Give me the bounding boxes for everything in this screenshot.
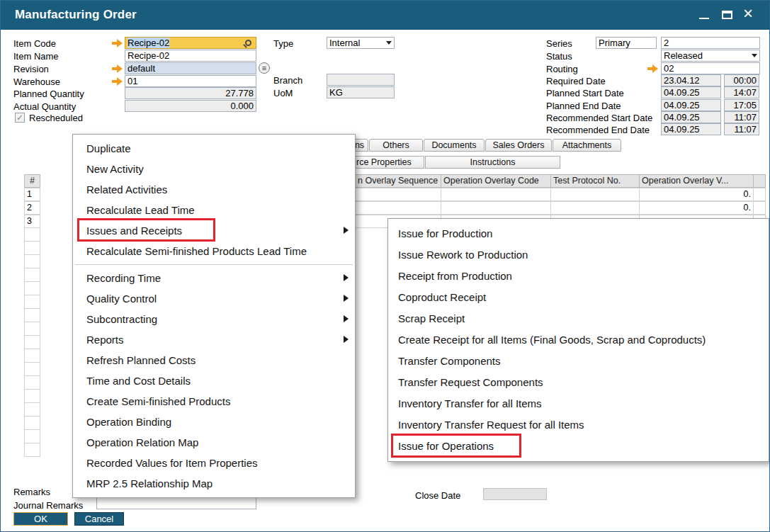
item-code-field[interactable]: Recipe-02 [125,37,256,49]
menu-item-subcontracting[interactable]: Subcontracting [73,309,355,329]
close-date-input[interactable] [483,488,547,500]
menu-item-operation-relation-map[interactable]: Operation Relation Map [73,432,355,453]
grid-cell-overlay-value[interactable]: 0. [639,188,754,201]
cancel-button[interactable]: Cancel [74,512,124,526]
warehouse-field[interactable]: 01 [125,75,256,87]
maximize-button[interactable] [716,1,737,30]
menu-item-label: Reports [86,334,124,346]
submenu-item-transfer-request-components[interactable]: Transfer Request Components [388,372,769,393]
planned-quantity-field[interactable]: 27.778 [125,87,256,99]
choose-from-list-icon[interactable] [259,62,270,74]
tab-sales-orders[interactable]: Sales Orders [485,139,552,152]
ok-button[interactable]: OK [13,512,68,526]
grid-cell-overlay-value[interactable]: 0. [639,201,754,215]
dropdown-arrow-icon[interactable] [752,54,757,57]
menu-item-refresh-planned-costs[interactable]: Refresh Planned Costs [73,350,355,370]
menu-item-related-activities[interactable]: Related Activities [73,179,355,200]
submenu-item-create-receipt-for-all-items[interactable]: Create Receipt for all Items (Final Good… [388,329,769,351]
menu-item-reports[interactable]: Reports [73,329,355,350]
row-number-header[interactable]: # [24,174,40,188]
actual-quantity-field[interactable]: 0.000 [125,100,256,112]
submenu-item-transfer-components[interactable]: Transfer Components [388,351,769,372]
planned-start-time-field[interactable]: 14:07 [724,86,759,98]
series-field[interactable]: Primary [596,37,657,49]
planned-start-date-field[interactable]: 04.09.25 [661,86,721,98]
planned-end-date-field[interactable]: 04.09.25 [661,99,721,111]
item-name-field[interactable]: Recipe-02 [125,50,256,62]
uom-field[interactable]: KG [327,86,395,98]
recommended-end-date-field[interactable]: 04.09.25 [661,123,721,135]
row-number-cell[interactable]: 1 [24,188,40,201]
link-arrow-icon[interactable] [112,77,123,86]
submenu-item-scrap-receipt[interactable]: Scrap Receipt [388,308,769,329]
menu-item-quality-control[interactable]: Quality Control [73,288,355,309]
submenu-arrow-icon [344,274,349,281]
grid-cell[interactable] [355,201,441,215]
item-name-label: Item Name [13,50,59,62]
menu-item-label: Inventory Transfer for all Items [398,397,542,409]
type-select[interactable]: Internal [327,37,395,49]
grid-cell[interactable] [550,201,640,215]
tab-documents[interactable]: Documents [424,139,485,152]
menu-item-time-and-cost-details[interactable]: Time and Cost Details [73,370,355,391]
menu-item-new-activity[interactable]: New Activity [73,159,355,179]
menu-item-label: Transfer Request Components [398,376,543,388]
menu-item-duplicate[interactable]: Duplicate [73,138,355,159]
menu-item-recorded-values-for-item-properties[interactable]: Recorded Values for Item Properties [73,453,355,473]
menu-item-label: Operation Binding [86,416,171,428]
link-arrow-icon[interactable] [112,64,123,73]
submenu-item-inventory-transfer-for-all-items[interactable]: Inventory Transfer for all Items [388,393,769,414]
tab-attachments[interactable]: Attachments [553,139,621,152]
subtab-instructions[interactable]: Instructions [425,156,560,169]
submenu-item-issue-rework-to-production[interactable]: Issue Rework to Production [388,244,769,266]
search-icon[interactable] [245,40,251,46]
column-header-operation-overlay-code[interactable]: Operation Overlay Code [441,174,551,188]
branch-field[interactable] [327,74,395,86]
planned-end-time-field[interactable]: 17:05 [724,99,759,111]
issues-and-receipts-submenu: Issue for Production Issue Rework to Pro… [387,218,769,462]
dropdown-arrow-icon[interactable] [386,41,392,45]
status-select[interactable]: Released [661,50,760,62]
journal-remarks-input[interactable] [96,497,256,509]
row-number-cell[interactable]: 3 [24,215,40,228]
recommended-end-time-field[interactable]: 11:07 [724,123,759,135]
close-button[interactable]: × [739,1,760,30]
grid-cell[interactable] [355,188,441,201]
column-header-operation-overlay-sequence[interactable]: n Overlay Sequence [355,174,441,188]
required-time-field[interactable]: 00:00 [724,74,759,86]
item-code-label: Item Code [13,38,56,50]
menu-item-recalculate-semifinished-lead-time[interactable]: Recalculate Semi-finished Products Lead … [73,241,355,261]
submenu-item-issue-for-operations[interactable]: Issue for Operations [388,436,769,457]
menu-item-create-semifinished-products[interactable]: Create Semi-finished Products [73,391,355,412]
recommended-start-date-label: Recommended Start Date [546,112,652,124]
menu-item-operation-binding[interactable]: Operation Binding [73,412,355,432]
recommended-start-time-field[interactable]: 11:07 [724,111,759,123]
row-number-cell[interactable]: 2 [24,201,40,215]
routing-field[interactable]: 02 [661,62,760,74]
rescheduled-checkbox[interactable] [15,113,25,123]
recommended-start-date-field[interactable]: 04.09.25 [661,111,721,123]
submenu-item-receipt-from-production[interactable]: Receipt from Production [388,266,769,287]
menu-item-recording-time[interactable]: Recording Time [73,268,355,288]
series-number-field[interactable]: 2 [661,37,760,49]
link-arrow-icon[interactable] [647,64,658,73]
required-date-field[interactable]: 23.04.12 [661,74,721,86]
minimize-button[interactable] [693,1,715,30]
column-header-operation-overlay-value[interactable]: Operation Overlay V... [639,174,754,188]
grid-cell[interactable] [441,201,551,215]
grid-cell[interactable] [753,201,766,215]
menu-item-recalculate-lead-time[interactable]: Recalculate Lead Time [73,200,355,220]
link-arrow-icon[interactable] [112,39,123,47]
column-header-test-protocol-no[interactable]: Test Protocol No. [550,174,640,188]
submenu-item-issue-for-production[interactable]: Issue for Production [388,223,769,244]
submenu-item-coproduct-receipt[interactable]: Coproduct Receipt [388,287,769,308]
menu-item-issues-and-receipts[interactable]: Issues and Receipts [73,220,355,241]
grid-cell[interactable] [441,188,551,201]
grid-cell[interactable] [550,188,640,201]
tab-others[interactable]: Others [369,139,423,152]
grid-cell[interactable] [753,188,766,201]
submenu-item-inventory-transfer-request-for-all-items[interactable]: Inventory Transfer Request for all Items [388,414,769,436]
revision-field[interactable]: default [125,62,256,74]
type-label: Type [273,38,293,50]
menu-item-mrp-25-relationship-map[interactable]: MRP 2.5 Relationship Map [73,473,355,494]
